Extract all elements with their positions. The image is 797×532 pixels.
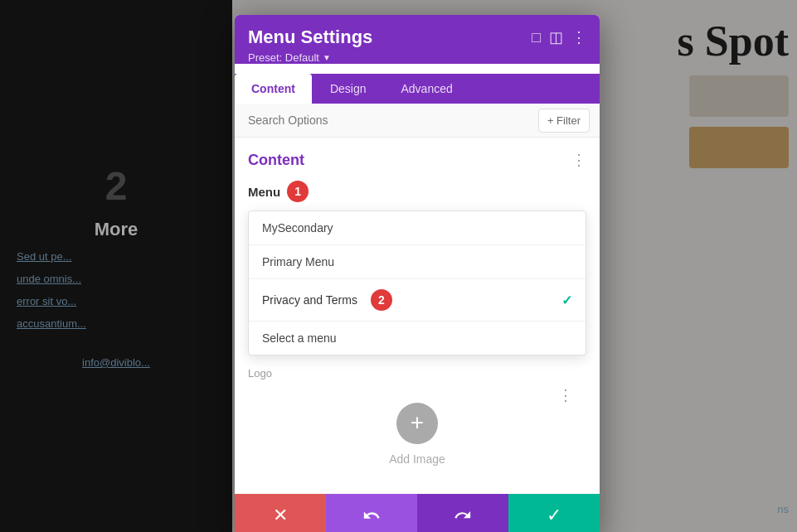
dropdown-item-label: Privacy and Terms: [262, 293, 357, 307]
fullscreen-icon[interactable]: □: [532, 30, 541, 45]
tab-content[interactable]: Content: [235, 74, 312, 104]
plus-icon: +: [411, 411, 424, 434]
dropdown-item-label: Primary Menu: [262, 255, 334, 268]
content-section-header: Content ⋮: [248, 151, 586, 169]
modal-header: Menu Settings □ ◫ ⋮ Preset: Default ▼: [235, 15, 600, 64]
modal-body: Content ⋮ Menu 1 MySecondary Primary Men…: [235, 138, 600, 494]
tab-design[interactable]: Design: [313, 74, 383, 104]
menu-dropdown: MySecondary Primary Menu Privacy and Ter…: [248, 210, 586, 355]
section-options-icon[interactable]: ⋮: [571, 151, 586, 169]
selected-checkmark: ✓: [561, 293, 572, 308]
undo-button[interactable]: [326, 494, 417, 532]
privacy-badge: 2: [371, 289, 392, 311]
preset-arrow: ▼: [323, 53, 331, 62]
dropdown-item-select[interactable]: Select a menu: [249, 322, 586, 355]
modal-search-bar: + Filter: [235, 104, 600, 138]
more-options-icon[interactable]: ⋮: [571, 30, 586, 45]
modal-tabs: Content Design Advanced: [235, 74, 600, 104]
dropdown-item-mysecondary[interactable]: MySecondary: [249, 211, 586, 245]
logo-section: Logo ⋮: [248, 367, 586, 380]
modal-header-icons: □ ◫ ⋮: [532, 30, 586, 45]
modal-header-top: Menu Settings □ ◫ ⋮: [248, 27, 586, 48]
save-button[interactable]: ✓: [508, 494, 600, 532]
dropdown-item-privacy[interactable]: Privacy and Terms 2 ✓: [249, 279, 586, 322]
search-input[interactable]: [245, 104, 538, 137]
menu-settings-modal: Menu Settings □ ◫ ⋮ Preset: Default ▼ Co…: [235, 15, 600, 532]
sidebar-icon[interactable]: ◫: [549, 30, 563, 45]
add-image-area: + Add Image: [248, 386, 586, 482]
modal-preset[interactable]: Preset: Default ▼: [248, 51, 586, 64]
save-icon: ✓: [547, 505, 561, 526]
menu-label: Menu: [248, 185, 280, 199]
dropdown-item-label: MySecondary: [262, 221, 333, 235]
dropdown-item-primary[interactable]: Primary Menu: [249, 245, 586, 279]
filter-label: + Filter: [547, 114, 581, 127]
dropdown-item-label: Select a menu: [262, 331, 337, 345]
modal-footer: ✕ ✓: [235, 494, 600, 532]
logo-label: Logo: [248, 367, 586, 380]
logo-section-dots[interactable]: ⋮: [558, 386, 573, 404]
cancel-icon: ✕: [273, 505, 288, 526]
redo-button[interactable]: [417, 494, 508, 532]
add-image-button[interactable]: +: [396, 403, 438, 444]
preset-label: Preset: Default: [248, 51, 319, 64]
redo-icon: [454, 506, 472, 525]
modal-title: Menu Settings: [248, 27, 372, 48]
filter-button[interactable]: + Filter: [538, 109, 590, 133]
section-title: Content: [248, 152, 304, 169]
undo-icon: [362, 506, 381, 525]
menu-row: Menu 1: [248, 181, 586, 202]
add-image-label: Add Image: [389, 452, 445, 466]
cancel-button[interactable]: ✕: [235, 494, 326, 532]
tab-advanced[interactable]: Advanced: [384, 74, 469, 104]
menu-badge: 1: [287, 181, 309, 202]
